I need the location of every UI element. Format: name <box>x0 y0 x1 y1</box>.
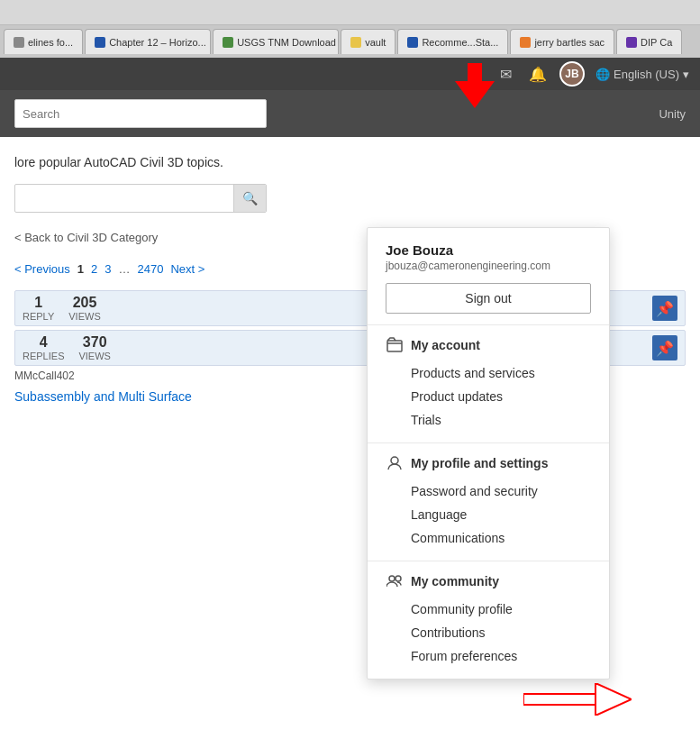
svg-point-3 <box>389 576 395 581</box>
globe-icon: 🌐 <box>595 68 610 81</box>
main-toolbar: ✉ 🔔 JB 🌐 English (US) ▾ <box>0 58 700 90</box>
user-name: Joe Bouza <box>386 242 591 258</box>
browser-chrome <box>0 0 700 25</box>
avatar[interactable]: JB <box>559 61 585 87</box>
language-selector[interactable]: 🌐 English (US) ▾ <box>595 68 689 81</box>
prev-page[interactable]: < Previous <box>14 262 70 276</box>
page-1[interactable]: 1 <box>77 262 84 276</box>
next-page[interactable]: Next > <box>170 262 205 276</box>
svg-marker-0 <box>455 63 495 108</box>
reply-count: 1 REPLY <box>23 295 54 322</box>
search-area: Unity <box>0 90 700 137</box>
page-content: lore popular AutoCAD Civil 3D topics. 🔍 … <box>0 137 700 748</box>
tab-favicon-5 <box>407 37 418 48</box>
chevron-down-icon: ▾ <box>683 68 689 81</box>
folder-icon <box>386 336 404 354</box>
my-profile-section: My profile and settings Password and sec… <box>368 443 609 561</box>
page-3[interactable]: 3 <box>105 262 111 276</box>
my-community-header: My community <box>386 572 591 590</box>
bell-icon[interactable]: 🔔 <box>527 63 549 85</box>
tab-3[interactable]: USGS TNM Download <box>213 29 339 54</box>
contributions-link[interactable]: Contributions <box>386 621 591 644</box>
tab-favicon-4 <box>350 37 361 48</box>
product-updates-link[interactable]: Product updates <box>386 385 591 408</box>
user-section: Joe Bouza jbouza@cameronengineering.com … <box>368 228 609 325</box>
tab-favicon-3 <box>223 37 233 48</box>
tabs-bar: elines fo... Chapter 12 – Horizo... USGS… <box>0 25 700 58</box>
person-icon <box>386 454 404 472</box>
explore-text: lore popular AutoCAD Civil 3D topics. <box>14 155 686 169</box>
inner-search-bar[interactable]: 🔍 <box>14 184 267 213</box>
products-services-link[interactable]: Products and services <box>386 361 591 385</box>
user-email: jbouza@cameronengineering.com <box>386 260 591 272</box>
right-arrow-indicator <box>523 683 632 716</box>
my-community-section: My community Community profile Contribut… <box>368 561 609 679</box>
page-2[interactable]: 2 <box>91 262 97 276</box>
tab-2[interactable]: Chapter 12 – Horizo... <box>85 29 211 54</box>
svg-rect-5 <box>523 694 595 705</box>
tab-favicon-7 <box>626 37 637 48</box>
people-icon <box>386 572 404 590</box>
nav-link-unity: Unity <box>659 107 686 121</box>
community-profile-link[interactable]: Community profile <box>386 597 591 621</box>
my-account-title: My account <box>411 338 480 352</box>
search-input[interactable] <box>23 107 221 121</box>
password-security-link[interactable]: Password and security <box>386 479 591 503</box>
pin-icon: 📌 <box>652 296 677 321</box>
pin-icon-2: 📌 <box>652 335 677 360</box>
page-2470[interactable]: 2470 <box>138 262 164 276</box>
communications-link[interactable]: Communications <box>386 526 591 550</box>
svg-rect-1 <box>387 341 402 351</box>
views-count: 205 VIEWS <box>68 295 100 322</box>
reply-count-2: 4 REPLIES <box>23 334 64 361</box>
search-button[interactable]: 🔍 <box>233 184 266 213</box>
language-link[interactable]: Language <box>386 503 591 526</box>
my-account-section: My account Products and services Product… <box>368 325 609 443</box>
down-arrow-indicator <box>455 63 495 114</box>
tab-6[interactable]: jerry bartles sac <box>510 29 614 54</box>
tab-1[interactable]: elines fo... <box>4 29 83 54</box>
search-box[interactable] <box>14 99 267 128</box>
svg-marker-6 <box>595 683 632 716</box>
tab-favicon-1 <box>14 37 24 48</box>
svg-point-4 <box>395 576 401 581</box>
my-profile-header: My profile and settings <box>386 454 591 472</box>
tab-favicon-6 <box>520 37 531 48</box>
tab-7[interactable]: DIP Ca <box>616 29 682 54</box>
tab-favicon-2 <box>95 37 105 48</box>
forum-preferences-link[interactable]: Forum preferences <box>386 644 591 668</box>
trials-link[interactable]: Trials <box>386 408 591 432</box>
my-profile-title: My profile and settings <box>411 456 548 470</box>
dropdown-menu: Joe Bouza jbouza@cameronengineering.com … <box>367 227 610 680</box>
signout-button[interactable]: Sign out <box>386 283 591 314</box>
tab-4[interactable]: vault <box>341 29 395 54</box>
views-count-2: 370 VIEWS <box>78 334 110 361</box>
ellipsis: … <box>119 262 131 276</box>
tab-5[interactable]: Recomme...Sta... <box>397 29 508 54</box>
svg-point-2 <box>391 457 398 464</box>
my-account-header: My account <box>386 336 591 354</box>
my-community-title: My community <box>411 574 499 588</box>
mail-icon[interactable]: ✉ <box>495 63 516 85</box>
inner-search-input[interactable] <box>15 192 233 205</box>
